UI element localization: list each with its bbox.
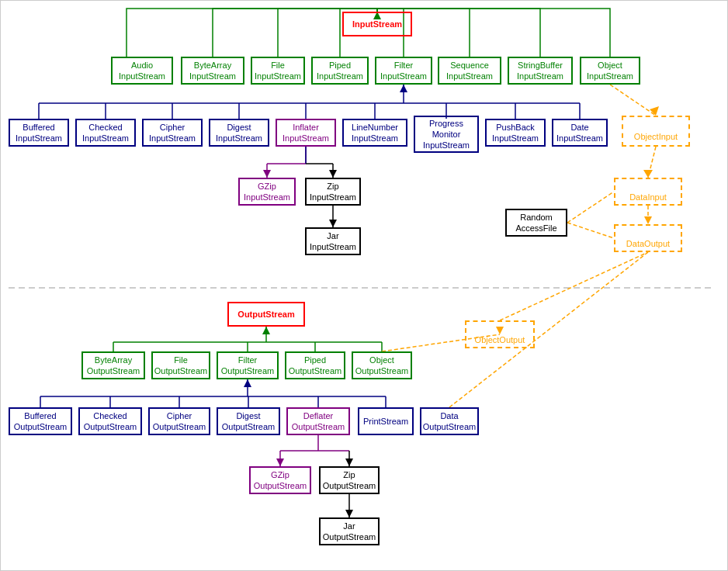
objectoutputstream: ObjectOutputStream [352,351,412,379]
svg-marker-24 [262,327,270,334]
svg-marker-27 [244,379,251,387]
svg-line-38 [500,252,648,320]
randomaccessfile: RandomAccessFile [505,209,567,237]
audioinputstream: AudioInputStream [111,57,173,85]
deflateroutputstream: DeflaterOutputStream [286,407,350,435]
gzipoutputstream: GZipOutputStream [249,466,311,494]
progressmonitorinputstream: ProgressMonitorInputStream [414,116,479,153]
svg-marker-7 [263,170,271,178]
svg-marker-35 [345,510,353,517]
dataoutputstream: DataOutputStream [420,407,479,435]
cipherinputstream: CipherInputStream [142,119,203,147]
pipedinputstream: PipedInputStream [311,57,369,85]
jaroutputstream: JarOutputStream [319,517,380,545]
printstream: PrintStream [358,407,414,435]
svg-marker-19 [644,216,652,224]
bytearrayoutputstream: ByteArrayOutputStream [81,351,145,379]
interfaceobjectinput: ObjectInput [622,116,690,147]
digestinputstream: DigestInputStream [209,119,269,147]
zipoutputstream: ZipOutputStream [319,466,380,494]
objectinputstream: ObjectInputStream [580,57,640,85]
pipedoutputstream: PipedOutputStream [285,351,345,379]
svg-marker-4 [400,85,407,92]
linenumberinputstream: LineNumberInputStream [342,119,407,147]
cipheroutputstream: CipherOutputStream [148,407,210,435]
svg-marker-33 [345,459,353,466]
checkedinputstream: CheckedInputStream [75,119,136,147]
inputstream: InputStream [342,12,412,36]
svg-marker-15 [650,106,659,116]
svg-marker-31 [276,459,284,466]
bufferedoutputstream: BufferedOutputStream [9,407,72,435]
digestoutputstream: DigestOutputStream [217,407,280,435]
outputstream: OutputStream [227,302,305,327]
bufferedinputstream: BufferedInputStream [9,119,69,147]
jarinputstream: JarInputStream [305,227,361,255]
pushbackinputstream: PushBackInputStream [485,119,546,147]
filterinputstream: FilterInputStream [375,57,432,85]
zipinputstream: ZipInputStream [305,178,361,206]
filteroutputstream: FilterOutputStream [217,351,279,379]
dateinputstream: DateInputStream [552,119,608,147]
svg-line-16 [648,147,656,178]
sequenceinputstream: SequenceInputStream [438,57,501,85]
interfacedataoutput: DataOutput [614,224,682,252]
stringbufferinputstream: StringBufferInputStream [508,57,573,85]
interfaceobjectoutput: ObjectOutput [465,320,535,348]
svg-marker-17 [643,170,653,178]
checkedoutputstream: CheckedOutputStream [78,407,142,435]
svg-line-20 [567,192,614,223]
fileinputstream: FileInputStream [251,57,305,85]
bytearrayinputstream: ByteArrayInputStream [181,57,244,85]
svg-marker-13 [329,220,337,227]
diagram: InputStreamAudioInputStreamByteArrayInpu… [0,0,728,571]
gzipinputstream: GZipInputStream [238,178,296,206]
svg-line-14 [610,85,656,116]
svg-line-21 [567,223,614,238]
fileoutputstream: FileOutputStream [151,351,210,379]
interfacedatainput: DataInput [614,178,682,206]
inflaterinputstream: InflaterInputStream [276,119,336,147]
svg-marker-11 [329,170,337,178]
